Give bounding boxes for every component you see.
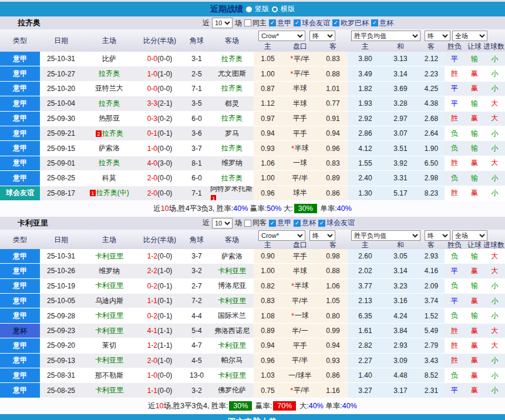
checkbox-unchecked-icon[interactable] (244, 220, 251, 227)
score-cell[interactable]: 2-0(1-0) (136, 354, 183, 368)
radio-horizontal-layout[interactable] (272, 6, 278, 12)
away-team-cell[interactable]: 佛罗伦萨 (210, 383, 254, 397)
radio-vertical-label[interactable]: 竖版 (255, 4, 269, 14)
score-cell[interactable]: 1-0(0-0) (136, 368, 183, 382)
home-team-cell[interactable]: 卡利亚里 (82, 383, 136, 397)
home-team-cell[interactable]: 卡利亚里 (82, 354, 136, 368)
checkbox-checked-icon[interactable]: ✓ (294, 220, 301, 227)
home-team-cell[interactable]: 卡利亚里 (82, 324, 136, 338)
radio-vertical-layout[interactable] (246, 6, 252, 12)
radio-horizontal-label[interactable]: 横版 (281, 4, 295, 14)
home-team-cell[interactable]: 乌迪内斯 (82, 294, 136, 308)
result-handicap-cell: 赢 (464, 324, 484, 338)
score-cell[interactable]: 4-1(1-1) (136, 324, 183, 338)
score-cell[interactable]: 1-2(0-0) (136, 249, 183, 263)
away-team-cell[interactable]: 萨索洛 (210, 249, 254, 263)
away-team-cell[interactable]: 拉齐奥 (210, 171, 254, 185)
odds-source-select[interactable]: Crow* (258, 230, 305, 241)
league-checkbox-意甲[interactable]: ✓意甲 (269, 218, 291, 228)
same-venue-checkbox[interactable]: 同主 (244, 18, 267, 28)
away-team-cell[interactable]: 卡利亚里 (210, 368, 254, 382)
score-cell[interactable]: 1-2(1-1) (136, 338, 183, 352)
league-checkbox-球会友谊[interactable]: ✓球会友谊 (294, 18, 330, 28)
star-icon: * (291, 282, 294, 290)
home-team-cell[interactable]: 卡利亚里 (82, 249, 136, 263)
home-team-cell[interactable]: 拉齐奥 (82, 96, 136, 110)
away-team-cell[interactable]: 国际米兰 (210, 308, 254, 322)
checkbox-checked-icon[interactable]: ✓ (269, 220, 276, 227)
score-cell[interactable]: 0-0(0-0) (136, 82, 183, 96)
league-checkbox-意甲[interactable]: ✓意甲 (269, 18, 291, 28)
result-goals-cell: 小 (484, 186, 505, 200)
home-team-cell[interactable]: 莱切 (82, 338, 136, 352)
away-team-cell[interactable]: 阿特罗米托斯1 (210, 186, 254, 200)
score-cell[interactable]: 1-1(0-1) (136, 294, 183, 308)
checkbox-unchecked-icon[interactable] (244, 19, 251, 26)
avg-state-select[interactable]: 终 (425, 31, 450, 41)
handicap-cell: *半球 (282, 141, 318, 155)
score-cell[interactable]: 0-1(0-1) (136, 126, 183, 140)
score-cell[interactable]: 3-3(2-1) (136, 96, 183, 110)
score-cell[interactable]: 4-0(3-0) (136, 156, 183, 170)
home-team-cell[interactable]: 热那亚 (82, 112, 136, 126)
home-team-cell[interactable]: 卡利亚里 (82, 279, 136, 293)
checkbox-checked-icon[interactable]: ✓ (294, 19, 301, 26)
away-team-cell[interactable]: 拉齐奥 (210, 52, 254, 66)
score-cell[interactable]: 0-2(0-1) (136, 308, 183, 322)
home-team-cell[interactable]: 拉齐奥 (82, 66, 136, 80)
home-team-cell[interactable]: 比萨 (82, 52, 136, 66)
away-team-cell[interactable]: 博洛尼亚 (210, 279, 254, 293)
away-team-cell[interactable]: 卡利亚里 (210, 294, 254, 308)
avg-source-select[interactable]: 胜平负均值 (351, 31, 420, 41)
score-cell[interactable]: 1-0(0-0) (136, 141, 183, 155)
games-count-select[interactable]: 10 (212, 18, 233, 28)
checkbox-checked-icon[interactable]: ✓ (318, 220, 325, 227)
score-cell[interactable]: 2-0(0-0) (136, 171, 183, 185)
home-team-cell[interactable]: 亚特兰大 (82, 82, 136, 96)
away-team-cell[interactable]: 尤文图斯 (210, 66, 254, 80)
league-checkbox-意杯[interactable]: ✓意杯 (371, 18, 393, 28)
away-team-cell[interactable]: 拉齐奥 (210, 141, 254, 155)
odds-state-select[interactable]: 终 (309, 31, 335, 41)
home-team-cell[interactable]: 那不勒斯 (82, 368, 136, 382)
away-team-cell[interactable]: 维罗纳 (210, 156, 254, 170)
odds-source-select[interactable]: Crow* (258, 31, 305, 41)
scope-select[interactable]: 全场 (452, 31, 487, 41)
score-cell[interactable]: 2-0(0-0) (136, 186, 183, 200)
handicap-cell: *一球 (282, 308, 318, 322)
away-team-cell[interactable]: 拉齐奥 (210, 82, 254, 96)
same-venue-checkbox[interactable]: 同客 (244, 218, 267, 228)
score-cell[interactable]: 0-2(0-1) (136, 279, 183, 293)
league-checkbox-欧罗巴杯[interactable]: ✓欧罗巴杯 (332, 18, 369, 28)
home-team-cell[interactable]: 2拉齐奥 (82, 126, 136, 140)
score-cell[interactable]: 2-2(1-0) (136, 264, 183, 278)
home-team-cell[interactable]: 维罗纳 (82, 264, 136, 278)
away-team-cell[interactable]: 卡利亚里 (210, 264, 254, 278)
avg-state-select[interactable]: 终 (425, 230, 450, 241)
avg-source-select[interactable]: 胜平负均值 (351, 230, 420, 241)
games-count-select[interactable]: 10 (212, 218, 233, 229)
score-cell[interactable]: 1-0(1-0) (136, 66, 183, 80)
away-team-cell[interactable]: 卡利亚里 (210, 338, 254, 352)
away-team-cell[interactable]: 弗洛西诺尼 (210, 324, 254, 338)
home-team-cell[interactable]: 萨索洛 (82, 141, 136, 155)
league-checkbox-意杯[interactable]: ✓意杯 (294, 218, 316, 228)
away-team-cell[interactable]: 帕尔马 (210, 354, 254, 368)
away-team-cell[interactable]: 都灵 (210, 96, 254, 110)
away-team-cell[interactable]: 罗马 (210, 126, 254, 140)
checkbox-checked-icon[interactable]: ✓ (332, 19, 339, 26)
league-checkbox-球会友谊[interactable]: ✓球会友谊 (318, 218, 355, 228)
score-cell[interactable]: 0-0(0-0) (136, 52, 183, 66)
checkbox-checked-icon[interactable]: ✓ (269, 19, 276, 26)
score-cell[interactable]: 0-3(0-2) (136, 112, 183, 126)
odds-state-select[interactable]: 终 (309, 230, 335, 241)
team-name: 卡利亚里 (18, 218, 48, 229)
home-team-cell[interactable]: 科莫 (82, 171, 136, 185)
home-team-cell[interactable]: 卡利亚里 (82, 308, 136, 322)
home-team-cell[interactable]: 拉齐奥 (82, 156, 136, 170)
checkbox-checked-icon[interactable]: ✓ (371, 19, 378, 26)
score-cell[interactable]: 1-1(0-0) (136, 383, 183, 397)
away-team-cell[interactable]: 拉齐奥 (210, 112, 254, 126)
scope-select[interactable]: 全场 (452, 230, 487, 241)
home-team-cell[interactable]: 1拉齐奥(中) (82, 186, 136, 200)
